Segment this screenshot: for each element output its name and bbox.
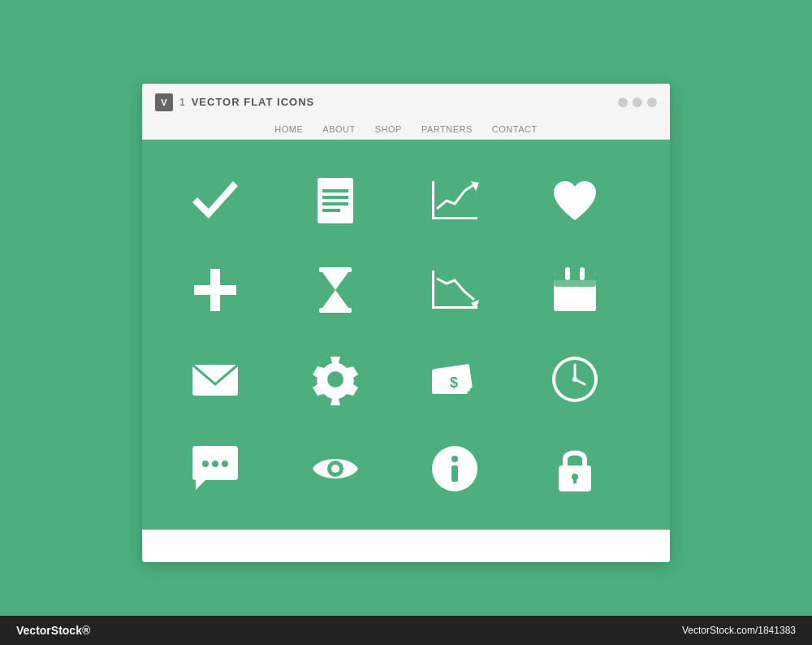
svg-rect-4	[322, 209, 340, 212]
calendar-icon: 5	[534, 253, 615, 327]
svg-rect-18	[565, 267, 570, 280]
dot-3	[647, 97, 657, 107]
svg-point-23	[327, 371, 343, 387]
svg-point-37	[331, 465, 339, 473]
svg-rect-12	[432, 306, 477, 309]
dot-1	[618, 97, 628, 107]
chart-up-icon	[414, 164, 495, 237]
money-icon: $	[414, 343, 495, 416]
browser-dots	[618, 97, 657, 107]
plus-icon	[175, 253, 256, 327]
svg-rect-6	[432, 181, 434, 219]
svg-text:5: 5	[570, 287, 579, 305]
watermark-left-text: VectorStock®	[16, 624, 90, 637]
logo-text: VECTOR FLAT ICONS	[192, 96, 315, 108]
svg-rect-19	[580, 267, 585, 280]
svg-rect-5	[432, 217, 477, 219]
svg-rect-2	[322, 196, 348, 199]
chart-down-icon	[414, 253, 495, 327]
nav-bar: HOME ABOUT SHOP PARTNERS CONTACT	[155, 119, 657, 139]
eye-icon	[295, 432, 376, 505]
browser-footer	[142, 530, 670, 562]
watermark-right-text: VectorStock.com/1841383	[682, 625, 796, 636]
svg-point-32	[572, 377, 577, 382]
svg-rect-10	[319, 267, 352, 272]
heart-icon	[534, 164, 615, 237]
logo-area: V 1 VECTOR FLAT ICONS	[155, 93, 314, 111]
nav-contact[interactable]: CONTACT	[492, 119, 538, 139]
dot-2	[633, 97, 642, 107]
title-bar: V 1 VECTOR FLAT ICONS	[155, 93, 657, 111]
svg-rect-0	[317, 178, 353, 223]
watermark-bar: VectorStock® VectorStock.com/1841383	[0, 616, 812, 645]
svg-point-34	[212, 461, 218, 467]
svg-rect-43	[573, 477, 577, 483]
svg-rect-9	[194, 285, 236, 295]
browser-header: V 1 VECTOR FLAT ICONS HOME ABOUT SHOP PA…	[142, 84, 670, 140]
svg-rect-3	[322, 202, 348, 206]
chat-icon	[175, 432, 256, 505]
nav-home[interactable]: HOME	[274, 119, 303, 139]
email-icon	[175, 343, 256, 416]
lock-icon	[534, 432, 615, 505]
svg-text:$: $	[450, 374, 458, 391]
svg-rect-17	[554, 280, 596, 287]
logo-number: 1	[179, 97, 185, 108]
gear-icon	[295, 343, 376, 416]
browser-window: V 1 VECTOR FLAT ICONS HOME ABOUT SHOP PA…	[142, 84, 670, 562]
info-icon	[414, 432, 495, 505]
svg-rect-13	[432, 271, 434, 309]
nav-shop[interactable]: SHOP	[375, 119, 402, 139]
document-icon	[295, 164, 376, 237]
svg-point-35	[222, 461, 228, 467]
icons-grid: 5	[175, 164, 637, 505]
clock-icon	[534, 343, 615, 416]
logo-letter: V	[155, 93, 173, 111]
nav-partners[interactable]: PARTNERS	[421, 119, 473, 139]
nav-about[interactable]: ABOUT	[322, 119, 355, 139]
svg-point-40	[451, 456, 458, 462]
browser-content: 5	[142, 140, 670, 530]
svg-rect-39	[451, 465, 458, 482]
svg-rect-11	[319, 308, 352, 313]
svg-rect-1	[322, 189, 348, 193]
svg-point-33	[202, 461, 209, 467]
hourglass-icon	[295, 253, 376, 327]
checkmark-icon	[175, 164, 256, 237]
